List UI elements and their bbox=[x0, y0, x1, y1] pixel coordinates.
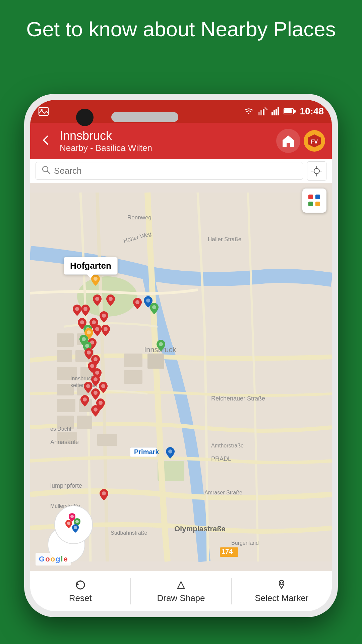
g-letter-o2: o bbox=[51, 555, 55, 564]
image-icon bbox=[38, 107, 49, 116]
map-marker[interactable] bbox=[150, 303, 159, 316]
svg-text:Burgenland: Burgenland bbox=[231, 540, 259, 546]
svg-rect-36 bbox=[77, 416, 92, 429]
nav-draw-label: Draw Shape bbox=[157, 593, 205, 603]
svg-point-93 bbox=[159, 342, 163, 346]
search-icon bbox=[41, 165, 51, 177]
g-letter-g2: g bbox=[56, 555, 60, 564]
svg-rect-11 bbox=[284, 109, 292, 113]
svg-point-88 bbox=[99, 401, 103, 405]
bottom-nav: Reset Draw Shape Select Marker bbox=[30, 571, 332, 611]
map-grid-button[interactable] bbox=[302, 189, 326, 213]
svg-point-65 bbox=[95, 297, 99, 301]
svg-point-64 bbox=[94, 277, 98, 281]
svg-point-68 bbox=[83, 307, 87, 311]
svg-point-89 bbox=[94, 408, 98, 412]
svg-point-97 bbox=[75, 520, 79, 523]
svg-point-101 bbox=[280, 582, 283, 585]
svg-point-90 bbox=[135, 300, 139, 304]
svg-point-85 bbox=[86, 384, 90, 388]
svg-point-71 bbox=[80, 320, 84, 324]
svg-rect-9 bbox=[278, 107, 279, 115]
svg-rect-3 bbox=[260, 110, 262, 115]
nav-item-draw-shape[interactable]: Draw Shape bbox=[131, 571, 231, 611]
status-time: 10:48 bbox=[300, 106, 324, 117]
tooltip-label: Hofgarten bbox=[70, 261, 111, 271]
map-marker[interactable] bbox=[73, 305, 81, 317]
svg-point-87 bbox=[83, 397, 87, 401]
svg-point-74 bbox=[87, 330, 91, 334]
toolbar: Innsbruck Nearby - Basilica Wilten FV bbox=[30, 123, 332, 159]
svg-text:es Dachl: es Dachl bbox=[50, 426, 71, 432]
map-marker[interactable] bbox=[166, 447, 175, 460]
g-letter-g: G bbox=[39, 555, 45, 564]
home-icon bbox=[281, 134, 295, 148]
svg-point-77 bbox=[104, 327, 108, 331]
svg-text:Amraser Straße: Amraser Straße bbox=[204, 490, 242, 495]
map-marker[interactable] bbox=[100, 311, 108, 324]
status-bar: 10:48 bbox=[30, 100, 332, 123]
camera bbox=[76, 109, 94, 126]
map-marker[interactable] bbox=[81, 305, 90, 317]
g-letter-e: e bbox=[64, 555, 68, 564]
nav-item-select-marker[interactable]: Select Marker bbox=[232, 571, 332, 611]
svg-point-75 bbox=[82, 337, 86, 341]
svg-text:Rennweg: Rennweg bbox=[127, 214, 152, 221]
location-button[interactable] bbox=[307, 161, 326, 181]
svg-point-66 bbox=[109, 297, 113, 301]
map-marker[interactable] bbox=[80, 395, 89, 408]
g-letter-o1: o bbox=[45, 555, 50, 564]
svg-text:Primark: Primark bbox=[134, 448, 159, 455]
grid-dots-icon bbox=[308, 195, 320, 207]
crosshair-icon bbox=[311, 166, 322, 176]
search-input-area[interactable] bbox=[36, 162, 303, 180]
svg-rect-40 bbox=[124, 370, 142, 384]
map-marker[interactable] bbox=[93, 294, 102, 307]
svg-point-83 bbox=[94, 377, 98, 381]
svg-rect-7 bbox=[274, 110, 275, 115]
svg-rect-4 bbox=[263, 109, 264, 115]
svg-point-17 bbox=[314, 168, 319, 174]
map-marker[interactable] bbox=[133, 298, 142, 311]
map-area[interactable]: Innsbruck Innsbrucker kettenbahn es Dach… bbox=[30, 183, 332, 571]
svg-point-81 bbox=[90, 364, 94, 368]
svg-point-73 bbox=[95, 327, 99, 331]
logo-button[interactable]: FV bbox=[304, 130, 325, 152]
svg-point-84 bbox=[101, 384, 105, 388]
map-marker[interactable] bbox=[100, 489, 108, 502]
svg-point-67 bbox=[75, 307, 79, 311]
svg-point-78 bbox=[85, 344, 89, 348]
back-button[interactable] bbox=[37, 130, 54, 152]
svg-point-69 bbox=[102, 314, 106, 318]
nav-item-reset[interactable]: Reset bbox=[30, 571, 130, 611]
google-logo: G o o g l e bbox=[36, 553, 71, 566]
svg-point-94 bbox=[168, 449, 172, 453]
home-button[interactable] bbox=[276, 129, 300, 153]
svg-line-16 bbox=[47, 171, 50, 174]
map-marker[interactable] bbox=[93, 325, 102, 337]
map-marker[interactable] bbox=[99, 382, 108, 394]
status-left bbox=[38, 107, 49, 116]
nav-reset-label: Reset bbox=[69, 593, 92, 603]
svg-text:Südbahnstraße: Südbahnstraße bbox=[111, 530, 147, 536]
reset-icon bbox=[74, 579, 86, 591]
map-marker[interactable] bbox=[91, 405, 100, 418]
svg-text:Olympiastraße: Olympiastraße bbox=[174, 525, 226, 533]
map-marker[interactable] bbox=[106, 294, 115, 307]
nav-select-marker-label: Select Marker bbox=[255, 593, 308, 603]
toolbar-city: Innsbruck bbox=[60, 129, 271, 143]
svg-rect-27 bbox=[57, 350, 72, 362]
search-input[interactable] bbox=[54, 166, 297, 176]
svg-rect-0 bbox=[39, 107, 48, 115]
phone-screen: 10:48 Innsbruck Nearby - Basilica Wilten bbox=[30, 100, 332, 611]
draw-shape-icon bbox=[175, 579, 187, 591]
map-marker[interactable] bbox=[157, 340, 165, 353]
svg-rect-2 bbox=[258, 112, 260, 115]
map-marker[interactable] bbox=[101, 325, 110, 337]
svg-line-5 bbox=[265, 107, 267, 110]
svg-rect-8 bbox=[276, 109, 277, 115]
map-pin-cluster bbox=[54, 505, 93, 544]
svg-point-96 bbox=[70, 515, 74, 518]
cluster-pins-icon bbox=[60, 512, 87, 538]
phone-shell: 10:48 Innsbruck Nearby - Basilica Wilten bbox=[24, 94, 338, 617]
